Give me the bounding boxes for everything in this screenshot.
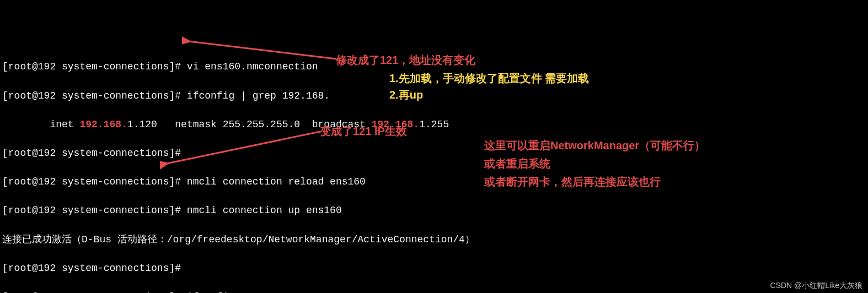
svg-line-1 <box>189 41 336 59</box>
command: nmcli connection reload ens160 <box>187 176 366 187</box>
output-indent: inet <box>2 119 79 130</box>
broadcast-rest: 1.255 <box>419 119 449 130</box>
prompt: [root@192 system-connections]# <box>2 205 187 216</box>
annotation-changed-121: 修改成了121，地址没有变化 <box>336 52 475 68</box>
prompt: [root@192 system-connections]# <box>2 176 187 187</box>
annotation-restart-nm: 这里可以重启NetworkManager（可能不行） <box>484 138 705 154</box>
prompt: [root@192 system-connections]# <box>2 263 187 274</box>
terminal-line: [root@192 system-connections]# ifconfig … <box>2 89 866 103</box>
prompt: [root@192 system-connections]# <box>2 148 187 159</box>
terminal-line: [root@192 system-connections]# nmcli con… <box>2 175 866 189</box>
annotation-step-2: 2.再up <box>389 87 423 103</box>
command: nmcli connection up ens160 <box>187 205 342 216</box>
annotation-step-1: 1.先加载，手动修改了配置文件 需要加载 <box>389 70 589 86</box>
terminal-line: [root@192 system-connections]# <box>2 146 866 160</box>
ip-changed-part: 192.168. <box>79 119 127 130</box>
terminal-line: [root@192 system-connections]# nmcli con… <box>2 203 866 218</box>
command: vi ens160.nmconnection <box>187 61 318 72</box>
command: ifconfig | grep 192.168. <box>187 90 330 101</box>
ip-rest: 1.120 <box>127 119 157 130</box>
output: 连接已成功激活（D-Bus 活动路径：/org/freedesktop/Netw… <box>2 234 475 245</box>
annotation-became-121: 变成了121 IP生效 <box>320 123 407 139</box>
terminal-line: [root@192 system-connections]# <box>2 261 866 275</box>
annotation-reconnect: 或者断开网卡，然后再连接应该也行 <box>484 174 661 190</box>
watermark: CSDN @小红帽Like大灰狼 <box>770 280 862 291</box>
annotation-restart-sys: 或者重启系统 <box>484 156 550 172</box>
terminal-line: inet 192.168.1.120 netmask 255.255.255.0… <box>2 117 866 132</box>
terminal-line: 连接已成功激活（D-Bus 活动路径：/org/freedesktop/Netw… <box>2 232 866 247</box>
terminal-line: [root@192 system-connections]# ifconfig <box>2 290 866 293</box>
prompt: [root@192 system-connections]# <box>2 61 187 72</box>
prompt: [root@192 system-connections]# <box>2 90 187 101</box>
